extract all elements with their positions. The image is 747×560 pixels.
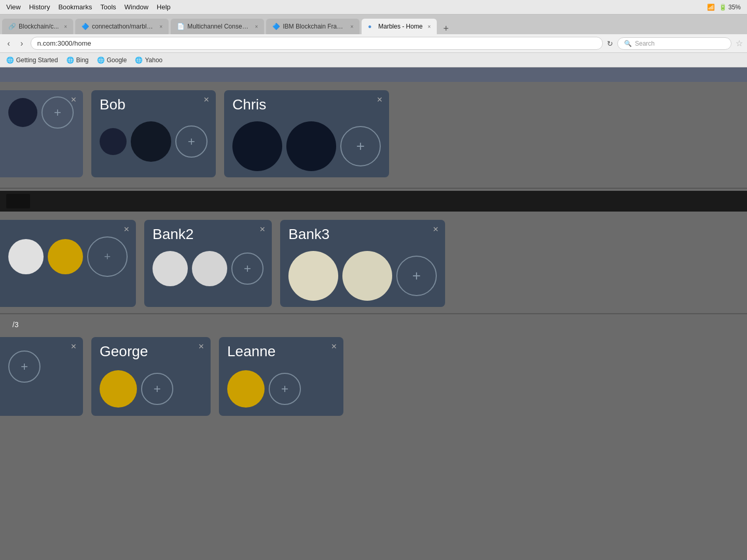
bookmark-icon-3: 🌐: [135, 57, 143, 64]
tab-close-2[interactable]: ×: [255, 24, 258, 30]
wifi-icon: 📶: [707, 4, 715, 11]
user-card-george: ✕ George +: [91, 337, 211, 416]
bank-card-partial: ✕ +: [0, 220, 136, 307]
bank-card-bank3: ✕ Bank3 +: [280, 220, 445, 307]
tab-close-1[interactable]: ×: [159, 24, 162, 30]
new-tab-button[interactable]: +: [439, 23, 453, 34]
card-pin-bank2[interactable]: ✕: [259, 225, 266, 233]
add-marble-p2[interactable]: +: [8, 351, 40, 383]
add-marble-chris[interactable]: +: [340, 126, 381, 166]
bank2-marble-1: [153, 251, 188, 286]
bank3-marble-2: [342, 251, 392, 301]
black-bar-block: [6, 194, 30, 208]
partial2-marbles: +: [8, 343, 75, 385]
bookmark-yahoo[interactable]: 🌐 Yahoo: [135, 57, 162, 64]
tab-bar: 🔗 Blockchain/c... × 🔷 connectathon/marbl…: [0, 15, 747, 34]
tab-label-2: Multichannel Consensus an...: [187, 23, 250, 30]
tab-favicon-1: 🔷: [81, 23, 89, 30]
url-field[interactable]: n.com:3000/home: [31, 37, 603, 50]
tab-connectathon[interactable]: 🔷 connectathon/marbles - Do... ×: [75, 19, 169, 34]
bob-marbles: +: [100, 121, 208, 162]
top-nav-bar: [0, 67, 747, 82]
counter-text: /3: [12, 320, 19, 329]
card-pin-0[interactable]: ✕: [71, 95, 77, 104]
bank2-marbles: +: [153, 251, 264, 286]
refresh-button[interactable]: ↻: [607, 39, 613, 48]
separator-2: [0, 313, 747, 314]
add-marble-bank2[interactable]: +: [231, 253, 264, 285]
separator-1: [0, 188, 747, 189]
tab-label-0: Blockchain/c...: [19, 23, 59, 30]
card-pin-bank3[interactable]: ✕: [433, 225, 439, 233]
browser-window: View History Bookmarks Tools Window Help…: [0, 0, 747, 67]
bank0-marbles: +: [8, 226, 128, 277]
tab-close-3[interactable]: ×: [350, 24, 353, 30]
card-pin-bank0[interactable]: ✕: [123, 225, 130, 233]
add-marble-0[interactable]: +: [42, 96, 74, 129]
back-button[interactable]: ‹: [4, 38, 13, 49]
tab-marbles-home[interactable]: ● Marbles - Home ×: [362, 19, 437, 34]
tab-label-1: connectathon/marbles - Do...: [92, 23, 154, 30]
add-marble-bank3[interactable]: +: [396, 256, 437, 296]
bank3-marble-1: [288, 251, 338, 301]
chris-marble-2: [286, 121, 336, 171]
users-row-1: ✕ + ✕ Bob + ✕ Chris +: [12, 90, 735, 177]
leanne-marble-1: [227, 370, 265, 408]
user-card-partial-2: ✕ +: [0, 337, 83, 416]
menu-tools[interactable]: Tools: [100, 3, 116, 11]
add-marble-george[interactable]: +: [141, 373, 173, 405]
bank-card-bank2: ✕ Bank2 +: [144, 220, 272, 307]
card-pin-p2[interactable]: ✕: [71, 342, 77, 351]
add-marble-bob[interactable]: +: [175, 125, 208, 158]
tab-close-0[interactable]: ×: [64, 24, 67, 30]
tab-multichannel[interactable]: 📄 Multichannel Consensus an... ×: [171, 19, 264, 34]
menu-bookmarks[interactable]: Bookmarks: [58, 3, 92, 11]
bookmark-icon-1: 🌐: [66, 57, 74, 64]
chris-marble-1: [232, 121, 282, 171]
user-card-chris: ✕ Chris +: [224, 90, 389, 177]
george-marble-1: [100, 370, 137, 408]
card-pin-bob[interactable]: ✕: [203, 95, 210, 104]
bookmark-label-1: Bing: [76, 57, 89, 64]
bank3-title: Bank3: [288, 226, 437, 243]
user-card-leanne: ✕ Leanne +: [219, 337, 343, 416]
add-marble-bank0[interactable]: +: [87, 236, 128, 277]
menu-history[interactable]: History: [29, 3, 50, 11]
bob-marble-2: [131, 121, 171, 162]
tab-blockchain[interactable]: 🔗 Blockchain/c... ×: [2, 19, 73, 34]
tab-favicon-4: ●: [368, 23, 375, 30]
marble-0-0: [8, 98, 37, 127]
tab-close-4[interactable]: ×: [428, 24, 431, 30]
battery-icon: 🔋 35%: [719, 4, 741, 11]
search-icon: 🔍: [624, 40, 632, 47]
tab-favicon-3: 🔷: [272, 23, 280, 30]
marbles-area-0: +: [8, 96, 75, 129]
bookmark-star-button[interactable]: ☆: [736, 38, 743, 48]
tab-ibm[interactable]: 🔷 IBM Blockchain Framework - Q... ×: [266, 19, 359, 34]
bob-title: Bob: [100, 96, 208, 113]
search-placeholder: Search: [635, 40, 655, 47]
card-pin-chris[interactable]: ✕: [377, 95, 383, 104]
bookmark-bing[interactable]: 🌐 Bing: [66, 57, 89, 64]
users-row-2: ✕ + ✕ George + ✕ Leanne +: [12, 337, 735, 416]
leanne-marbles: +: [227, 368, 335, 410]
system-icons-area: 📶 🔋 35%: [707, 4, 741, 11]
chris-marbles: +: [232, 121, 381, 171]
menu-view[interactable]: View: [6, 3, 21, 11]
add-marble-leanne[interactable]: +: [269, 373, 301, 405]
forward-button[interactable]: ›: [17, 38, 26, 49]
bookmark-google[interactable]: 🌐 Google: [97, 57, 127, 64]
menu-help[interactable]: Help: [157, 3, 171, 11]
george-title: George: [100, 343, 202, 360]
menu-window[interactable]: Window: [125, 3, 148, 11]
user-card-bob: ✕ Bob +: [91, 90, 216, 177]
george-marbles: +: [100, 368, 202, 410]
tab-label-4: Marbles - Home: [378, 23, 422, 30]
user-card-partial: ✕ +: [0, 90, 83, 177]
search-field[interactable]: 🔍 Search: [617, 37, 731, 50]
banks-row: ✕ + ✕ Bank2 + ✕ Bank3: [12, 220, 735, 307]
card-pin-george[interactable]: ✕: [198, 342, 204, 351]
bookmark-getting-started[interactable]: 🌐 Getting Started: [6, 57, 58, 64]
card-pin-leanne[interactable]: ✕: [331, 342, 337, 351]
bank2-marble-2: [192, 251, 227, 286]
